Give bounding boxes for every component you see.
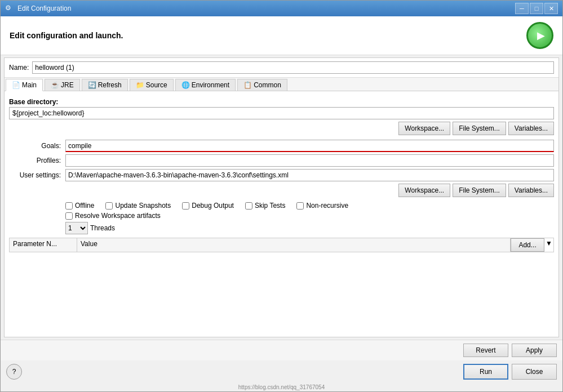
name-input[interactable] (32, 61, 554, 74)
debug-output-label: Debug Output (192, 202, 234, 210)
name-label: Name: (9, 64, 29, 72)
revert-button[interactable]: Revert (463, 344, 508, 357)
refresh-tab-icon: 🔄 (88, 81, 96, 89)
goals-label: Goals: (9, 142, 65, 150)
base-directory-input[interactable] (9, 107, 554, 119)
title-bar-buttons: ─ □ ✕ (515, 3, 558, 14)
resolve-workspace-checkbox-item[interactable]: Resolve Workspace artifacts (65, 212, 554, 220)
close-button[interactable]: ✕ (544, 3, 558, 14)
update-snapshots-checkbox[interactable] (105, 202, 113, 210)
workspace-button-1[interactable]: Workspace... (398, 122, 450, 135)
non-recursive-checkbox[interactable] (296, 202, 304, 210)
param-table-header: Parameter N... Value Add... ▼ (9, 238, 554, 252)
jre-tab-icon: ☕ (51, 81, 59, 89)
window-title: Edit Configuration (17, 5, 512, 12)
profiles-row: Profiles: (9, 154, 554, 167)
offline-checkbox[interactable] (65, 202, 73, 210)
maximize-button[interactable]: □ (530, 3, 543, 14)
tab-main[interactable]: 📄 Main (6, 79, 43, 91)
goals-row: Goals: (9, 140, 554, 152)
add-parameter-button[interactable]: Add... (511, 238, 544, 252)
close-footer-button[interactable]: Close (512, 364, 557, 380)
tab-environment[interactable]: 🌐 Environment (175, 79, 236, 91)
skip-tests-checkbox[interactable] (245, 202, 252, 210)
skip-tests-label: Skip Tests (255, 202, 285, 210)
env-tab-label: Environment (192, 81, 229, 89)
main-window: ⚙ Edit Configuration ─ □ ✕ Edit configur… (0, 0, 563, 392)
offline-checkbox-item[interactable]: Offline (65, 202, 94, 210)
workspace-button-2[interactable]: Workspace... (398, 184, 450, 197)
basedir-button-row: Workspace... File System... Variables... (9, 122, 554, 135)
header-title: Edit configuration and launch. (10, 31, 123, 40)
variables-button-1[interactable]: Variables... (508, 122, 554, 135)
profiles-input[interactable] (65, 154, 554, 167)
env-tab-icon: 🌐 (181, 81, 190, 89)
user-settings-button-row: Workspace... File System... Variables... (9, 184, 554, 197)
tab-refresh[interactable]: 🔄 Refresh (82, 79, 128, 91)
tab-common[interactable]: 📋 Common (237, 79, 287, 91)
title-bar: ⚙ Edit Configuration ─ □ ✕ (1, 1, 562, 16)
user-settings-label: User settings: (9, 171, 65, 179)
source-tab-icon: 📁 (136, 81, 144, 89)
tab-jre[interactable]: ☕ JRE (45, 79, 80, 91)
main-tab-label: Main (22, 81, 37, 89)
bottom-bar: Revert Apply (1, 340, 562, 360)
threads-row: 1 2 4 Threads (65, 222, 554, 234)
source-tab-label: Source (146, 81, 167, 89)
threads-label: Threads (90, 224, 115, 232)
footer-right-buttons: Run Close (463, 364, 557, 380)
debug-output-checkbox[interactable] (182, 202, 189, 210)
run-footer-button[interactable]: Run (463, 364, 508, 380)
name-row: Name: (5, 58, 558, 78)
common-tab-icon: 📋 (243, 81, 252, 89)
apply-button[interactable]: Apply (512, 344, 557, 357)
content-area: Name: 📄 Main ☕ JRE 🔄 Refresh 📁 Source � (4, 57, 559, 337)
offline-label: Offline (75, 202, 94, 210)
non-recursive-checkbox-item[interactable]: Non-recursive (296, 202, 348, 210)
refresh-tab-label: Refresh (98, 81, 122, 89)
common-tab-label: Common (254, 81, 281, 89)
run-button[interactable]: ▶ (526, 22, 553, 49)
run-icon: ▶ (537, 29, 545, 42)
scroll-down-icon[interactable]: ▼ (544, 238, 553, 252)
tab-bar: 📄 Main ☕ JRE 🔄 Refresh 📁 Source 🌐 Enviro… (5, 78, 558, 91)
user-settings-input[interactable] (65, 169, 554, 181)
update-snapshots-label: Update Snapshots (115, 202, 171, 210)
user-settings-row: User settings: (9, 169, 554, 181)
threads-select[interactable]: 1 2 4 (65, 222, 88, 234)
watermark: https://blog.csdn.net/qq_31767054 (1, 383, 562, 391)
debug-output-checkbox-item[interactable]: Debug Output (182, 202, 234, 210)
goals-input[interactable] (65, 140, 554, 152)
filesystem-button-1[interactable]: File System... (453, 122, 506, 135)
param-col1-header: Parameter N... (10, 238, 77, 252)
resolve-workspace-checkbox[interactable] (65, 212, 73, 220)
main-tab-icon: 📄 (12, 81, 20, 89)
help-icon: ? (12, 368, 16, 376)
tab-content-main: Base directory: Workspace... File System… (5, 91, 558, 337)
profiles-label: Profiles: (9, 157, 65, 164)
window-icon: ⚙ (5, 4, 14, 13)
footer-bar: ? Run Close (1, 360, 562, 383)
header-area: Edit configuration and launch. ▶ (1, 16, 562, 55)
jre-tab-label: JRE (61, 81, 74, 89)
non-recursive-label: Non-recursive (306, 202, 348, 210)
variables-button-2[interactable]: Variables... (508, 184, 554, 197)
update-snapshots-checkbox-item[interactable]: Update Snapshots (105, 202, 171, 210)
param-col2-header: Value (77, 238, 511, 252)
help-button[interactable]: ? (6, 364, 22, 380)
checkbox-group: Offline Update Snapshots Debug Output Sk… (65, 202, 554, 220)
skip-tests-checkbox-item[interactable]: Skip Tests (245, 202, 285, 210)
filesystem-button-2[interactable]: File System... (453, 184, 506, 197)
base-directory-label: Base directory: (9, 96, 554, 107)
minimize-button[interactable]: ─ (515, 3, 529, 14)
tab-source[interactable]: 📁 Source (130, 79, 174, 91)
resolve-workspace-label: Resolve Workspace artifacts (75, 212, 161, 220)
